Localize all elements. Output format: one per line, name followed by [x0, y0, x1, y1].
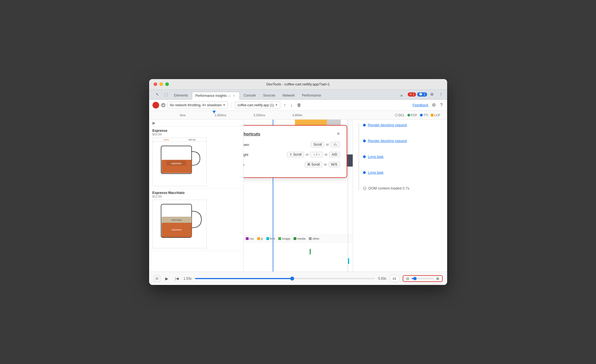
kbd-shortcuts-updown: Scroll or ↑/↓	[311, 142, 340, 147]
kbd-close-btn[interactable]: ×	[337, 131, 340, 136]
center-panel: css js font image	[244, 120, 353, 272]
res-css: css	[246, 237, 254, 240]
tab-console[interactable]: Console	[240, 92, 259, 99]
tab-performance[interactable]: Performance	[299, 92, 324, 99]
connector-line	[359, 123, 359, 190]
playhead-marker[interactable]	[212, 111, 216, 113]
tab-sources[interactable]: Sources	[260, 92, 279, 99]
font-color	[266, 237, 269, 240]
feedback-link[interactable]: Feedback	[413, 103, 429, 107]
tab-performance-insights[interactable]: Performance insights ⚠ ×	[192, 92, 240, 100]
insight-long-task-1: Long task	[363, 155, 443, 159]
insight-long-task-2: Long task	[363, 170, 443, 175]
record-button[interactable]	[152, 102, 159, 108]
insight-dom-text: DOM content loaded 0.7s	[369, 186, 409, 190]
throttle-dropdown-arrow: ▼	[223, 103, 226, 107]
macchiato-screenshot: milk foam espresso	[152, 200, 207, 248]
legend-lcp: LCP	[431, 113, 440, 117]
screenshot-espresso: Espresso $10.00 menucart (0)	[149, 127, 243, 189]
upload-icon[interactable]: ↑	[282, 102, 287, 109]
marker-0ms: 0ms	[180, 113, 186, 117]
insight-link-3[interactable]: Long task	[368, 155, 384, 159]
timeline-slider[interactable]	[195, 278, 375, 279]
timeline-header: 0ms 1,600ms 3,200ms 4,800m DCL FCP T	[149, 111, 447, 120]
cursor-icon-btn[interactable]: ↖	[154, 90, 161, 98]
delete-icon[interactable]: 🗑	[296, 102, 302, 109]
time-end-label: 5.93s	[378, 277, 386, 280]
settings-icon-btn[interactable]: ⚙	[428, 90, 436, 98]
image-color	[278, 237, 281, 240]
kbd-or-2: or	[306, 153, 309, 156]
tab-close-btn[interactable]: ×	[232, 94, 236, 98]
kbd-row-updown: Timeline up/down Scroll or ↑/↓	[244, 142, 340, 147]
speed-button[interactable]: x1	[390, 275, 399, 282]
close-button[interactable]	[154, 82, 157, 86]
settings-icon[interactable]: ⚙	[431, 101, 437, 109]
record-dropdown-btn[interactable]: ▼	[161, 103, 165, 107]
kbd-row-leftright: Timeline left/right ⇧ Scroll or ←/→ or A…	[244, 152, 340, 157]
tab-elements[interactable]: Elements	[171, 92, 191, 99]
insight-dot-4	[363, 171, 366, 174]
media-color	[294, 237, 296, 240]
espresso-title: Espresso	[152, 129, 240, 133]
traffic-lights	[154, 82, 169, 86]
play-button[interactable]: ▶	[164, 275, 170, 282]
insight-link-2[interactable]: Render blocking request	[368, 139, 407, 143]
inspect-icon-btn[interactable]: ⬚	[162, 90, 170, 98]
message-badge[interactable]: 💬 1	[417, 92, 427, 97]
espresso-screenshot: menucart (0) espresso	[152, 138, 207, 186]
svg-text:espresso: espresso	[171, 228, 182, 231]
res-media: media	[294, 237, 305, 240]
res-image: image	[278, 237, 290, 240]
marker-4800ms: 4,800m	[292, 113, 303, 117]
res-other: other	[309, 237, 319, 240]
kbd-header: Keyboard shortcuts ×	[244, 131, 340, 136]
help-icon[interactable]: ?	[439, 102, 444, 109]
green-resource-line	[310, 249, 311, 254]
target-dropdown[interactable]: coffee-cart.netlify.app (1) ▼	[235, 102, 281, 109]
error-badge[interactable]: ✕ 1	[408, 92, 416, 97]
download-icon[interactable]: ↓	[289, 102, 294, 109]
throttle-dropdown[interactable]: No network throttling, 4× slowdown ▼	[167, 102, 228, 109]
window-title: DevTools - coffee-cart.netlify.app/?ad=1	[266, 82, 330, 86]
legend-tti-icon	[420, 114, 423, 117]
insight-link-4[interactable]: Long task	[368, 170, 384, 175]
maximize-button[interactable]	[165, 82, 169, 86]
insight-dot-1	[363, 124, 366, 127]
kbd-desc-updown: Timeline up/down	[244, 143, 249, 147]
insights-list: Render blocking request Render blocking …	[357, 123, 443, 190]
devtools-toolbar-left: ↖ ⬚	[154, 90, 170, 99]
main-content: 0ms 1,600ms 3,200ms 4,800m DCL FCP T	[149, 111, 447, 272]
zoom-thumb[interactable]	[413, 277, 417, 280]
zoom-slider[interactable]	[412, 278, 434, 279]
more-options-btn[interactable]: ⋮	[437, 90, 445, 98]
zoom-in-icon[interactable]: ⊕	[436, 276, 439, 281]
insight-render-blocking-1: Render blocking request	[363, 123, 443, 127]
zoom-controls: ⊖ ⊕	[403, 275, 443, 282]
kbd-title: Keyboard shortcuts	[244, 132, 261, 136]
toolbar-separator-1	[231, 102, 232, 108]
kbd-or-3: or	[325, 153, 328, 156]
expand-left-btn[interactable]: ▶	[151, 121, 157, 125]
kbd-row-zoom: Timeline zoom ⌘ Scroll or W/S	[244, 162, 340, 167]
res-font: font	[266, 237, 275, 240]
insight-link-1[interactable]: Render blocking request	[368, 123, 407, 127]
marker-3200ms: 3,200ms	[254, 113, 265, 117]
insight-dot-3	[363, 155, 366, 158]
right-panel: Render blocking request Render blocking …	[353, 120, 447, 272]
kbd-shift-scroll-key: ⇧ Scroll	[287, 152, 304, 157]
tab-network[interactable]: Network	[279, 92, 298, 99]
legend-lcp-icon	[431, 114, 434, 117]
time-markers-area: 0ms 1,600ms 3,200ms 4,800m	[179, 111, 390, 119]
skip-to-start-btn[interactable]: |◀	[174, 275, 180, 282]
spacer-2	[363, 146, 443, 155]
zoom-out-icon[interactable]: ⊖	[406, 276, 409, 281]
more-tabs-btn[interactable]: »	[398, 92, 405, 99]
kbd-desc-leftright: Timeline left/right	[244, 153, 249, 157]
macchiato-mug-svg: milk foam espresso	[153, 200, 207, 248]
slider-thumb[interactable]	[290, 277, 294, 280]
captions-btn[interactable]: ⊟	[154, 275, 160, 282]
title-bar: DevTools - coffee-cart.netlify.app/?ad=1	[149, 79, 447, 90]
minimize-button[interactable]	[159, 82, 163, 86]
screenshot-macchiato: Espresso Macchiato $12.00	[149, 189, 243, 251]
